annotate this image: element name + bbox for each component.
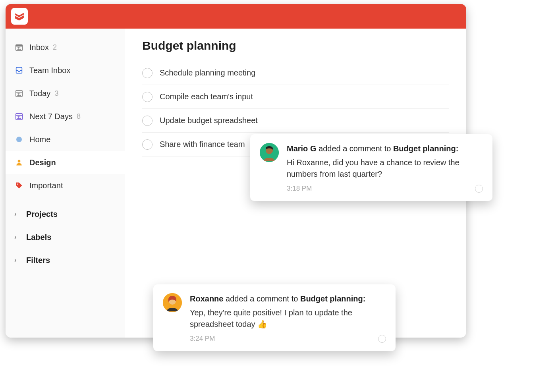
sidebar-item-count: 3 — [54, 89, 58, 98]
sidebar-item-label: Today — [29, 89, 50, 98]
svg-text:21: 21 — [17, 93, 21, 97]
notification-header: Mario G added a comment to Budget planni… — [287, 143, 483, 154]
svg-text:21: 21 — [17, 116, 21, 120]
task-label: Schedule planning meeting — [160, 68, 255, 77]
svg-point-10 — [18, 160, 21, 162]
sidebar-item-next-7-days[interactable]: 21 Next 7 Days 8 — [6, 105, 125, 128]
notification-footer: 3:24 PM — [190, 334, 386, 344]
section-label: Projects — [26, 210, 58, 219]
sidebar-item-label: Design — [29, 158, 56, 167]
task-checkbox[interactable] — [142, 68, 153, 78]
todoist-logo-icon — [14, 11, 25, 21]
notification-card[interactable]: Roxanne added a comment to Budget planni… — [153, 284, 396, 351]
person-icon — [14, 158, 24, 167]
svg-text:21: 21 — [17, 47, 21, 50]
task-checkbox[interactable] — [142, 92, 153, 102]
notification-author: Roxanne — [190, 294, 223, 303]
project-title: Budget planning — [142, 39, 449, 52]
sidebar-item-label: Team Inbox — [29, 66, 70, 75]
inbox-icon: 21 — [14, 42, 24, 52]
notification-target: Budget planning: — [300, 294, 365, 303]
notification-target: Budget planning: — [393, 144, 458, 153]
sidebar-section-projects[interactable]: › Projects — [6, 203, 125, 226]
section-label: Filters — [26, 256, 50, 265]
sidebar-item-home[interactable]: Home — [6, 128, 125, 151]
app-logo[interactable] — [11, 8, 28, 25]
chevron-right-icon: › — [14, 210, 21, 218]
svg-rect-1 — [16, 45, 23, 47]
avatar — [163, 293, 182, 312]
notification-body: Mario G added a comment to Budget planni… — [287, 143, 483, 194]
notification-mark-read[interactable] — [378, 335, 386, 343]
section-label: Labels — [26, 233, 51, 242]
notification-author: Mario G — [287, 144, 316, 153]
project-color-dot-icon — [14, 135, 24, 144]
task-label: Share with finance team — [160, 140, 245, 149]
notification-text: Hi Roxanne, did you have a chance to rev… — [287, 157, 483, 180]
task-row[interactable]: Compile each team's input — [142, 85, 449, 109]
notification-action: added a comment to — [226, 294, 298, 303]
sidebar-item-count: 2 — [53, 43, 57, 52]
notification-time: 3:24 PM — [190, 334, 215, 344]
task-checkbox[interactable] — [142, 116, 153, 126]
task-checkbox[interactable] — [142, 139, 153, 150]
sidebar-item-today[interactable]: 21 Today 3 — [6, 82, 125, 105]
notification-time: 3:18 PM — [287, 184, 312, 194]
sidebar-section-filters[interactable]: › Filters — [6, 249, 125, 272]
notification-header: Roxanne added a comment to Budget planni… — [190, 293, 386, 305]
sidebar-item-label: Home — [29, 135, 50, 144]
header-bar — [6, 4, 466, 29]
sidebar-item-design[interactable]: Design — [6, 151, 125, 174]
notification-card[interactable]: Mario G added a comment to Budget planni… — [250, 134, 492, 201]
sidebar-item-count: 8 — [77, 112, 81, 121]
sidebar-item-team-inbox[interactable]: Team Inbox — [6, 59, 125, 82]
sidebar: 21 Inbox 2 Team Inbox 21 Today 3 — [6, 29, 125, 338]
svg-rect-3 — [16, 68, 22, 73]
sidebar-item-label: Important — [29, 181, 63, 190]
sidebar-item-important[interactable]: Important — [6, 174, 125, 197]
team-inbox-icon — [14, 66, 24, 75]
sidebar-item-inbox[interactable]: 21 Inbox 2 — [6, 36, 125, 59]
notification-mark-read[interactable] — [475, 185, 483, 193]
today-icon: 21 — [14, 89, 24, 98]
notification-footer: 3:18 PM — [287, 184, 483, 194]
chevron-right-icon: › — [14, 234, 21, 241]
task-label: Compile each team's input — [160, 92, 253, 101]
sidebar-item-label: Next 7 Days — [29, 112, 73, 121]
sidebar-section-labels[interactable]: › Labels — [6, 226, 125, 249]
notification-action: added a comment to — [319, 144, 391, 153]
dot — [16, 137, 22, 142]
tag-icon — [14, 181, 24, 190]
task-row[interactable]: Update budget spreadsheet — [142, 109, 449, 133]
task-label: Update budget spreadsheet — [160, 116, 258, 125]
chevron-right-icon: › — [14, 257, 21, 264]
notification-body: Roxanne added a comment to Budget planni… — [190, 293, 386, 344]
task-row[interactable]: Schedule planning meeting — [142, 61, 449, 85]
sidebar-item-label: Inbox — [29, 43, 49, 52]
avatar — [260, 143, 279, 162]
svg-point-11 — [17, 183, 18, 185]
calendar-week-icon: 21 — [14, 112, 24, 121]
notification-text: Yep, they're quite positive! I plan to u… — [190, 307, 386, 330]
